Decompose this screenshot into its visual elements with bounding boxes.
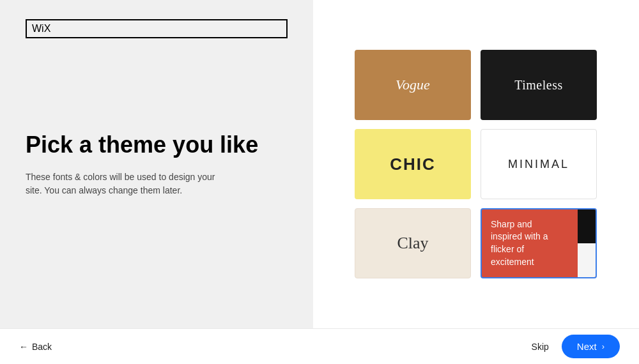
right-panel: Vogue Timeless CHIC MINIMAL Clay ✓ — [313, 0, 639, 328]
back-arrow-icon: ← — [19, 342, 28, 352]
back-label: Back — [32, 342, 52, 352]
theme-label-minimal: MINIMAL — [508, 158, 569, 171]
themes-grid: Vogue Timeless CHIC MINIMAL Clay ✓ — [355, 50, 597, 278]
wix-logo: WiX — [26, 19, 288, 38]
theme-card-clay[interactable]: Clay — [355, 208, 471, 278]
back-button[interactable]: ← Back — [19, 342, 52, 352]
theme-card-minimal[interactable]: MINIMAL — [481, 129, 597, 199]
theme-label-vogue: Vogue — [396, 77, 430, 93]
page-title: Pick a theme you like — [26, 131, 288, 158]
main-layout: WiX Pick a theme you like These fonts & … — [0, 0, 639, 328]
bottom-bar: ← Back Skip Next › — [0, 328, 639, 364]
skip-button[interactable]: Skip — [532, 342, 549, 352]
left-panel: WiX Pick a theme you like These fonts & … — [0, 0, 313, 328]
selected-description: Sharp and inspired with a flicker of exc… — [491, 218, 561, 268]
color-block-dark — [578, 209, 596, 243]
theme-card-vogue[interactable]: Vogue — [355, 50, 471, 120]
theme-card-chic[interactable]: CHIC — [355, 129, 471, 199]
theme-card-timeless[interactable]: Timeless — [481, 50, 597, 120]
next-arrow-icon: › — [602, 342, 604, 351]
theme-label-chic: CHIC — [390, 155, 436, 174]
page-subtitle: These fonts & colors will be used to des… — [26, 171, 230, 197]
theme-label-clay: Clay — [397, 234, 428, 253]
right-actions: Skip Next › — [532, 335, 620, 358]
theme-label-timeless: Timeless — [514, 78, 563, 93]
color-strip — [578, 209, 596, 277]
wix-logo-text: WiX — [32, 23, 50, 34]
color-block-light — [578, 243, 596, 277]
next-button[interactable]: Next › — [562, 335, 620, 358]
left-content: Pick a theme you like These fonts & colo… — [26, 38, 288, 309]
theme-card-sharp[interactable]: ✓ Sharp and inspired with a flicker of e… — [481, 208, 597, 278]
next-label: Next — [577, 341, 597, 352]
